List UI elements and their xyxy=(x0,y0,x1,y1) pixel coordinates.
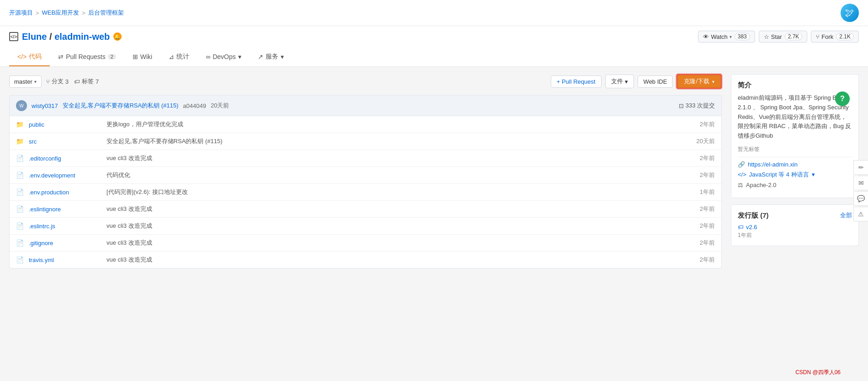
repo-title: </> Elune / eladmin-web 🔔 xyxy=(9,32,122,42)
sidebar-divider-1 xyxy=(738,157,852,157)
repo-type-icon: </> xyxy=(9,32,18,41)
file-icon: 📄 xyxy=(16,188,24,196)
clone-download-button[interactable]: 克隆/下载 ▾ xyxy=(676,74,722,89)
releases-all-link[interactable]: 全部 xyxy=(840,211,852,220)
release-item: 🏷 v2.6 1年前 xyxy=(738,224,852,239)
commit-count: ⊡ 333 次提交 xyxy=(679,102,715,110)
release-name[interactable]: 🏷 v2.6 xyxy=(738,224,852,231)
tab-code-label: 代码 xyxy=(29,53,42,61)
file-row-editorconfig: 📄 .editorconfig vue cli3 改造完成 2年前 xyxy=(10,150,721,167)
tag-icon: 🏷 xyxy=(74,78,80,85)
stats-icon: ⊿ xyxy=(169,53,174,60)
services-icon: ↗ xyxy=(258,53,263,60)
tab-wiki-label: Wiki xyxy=(140,53,152,60)
branch-selector[interactable]: master ▾ xyxy=(9,75,42,88)
commit-author-avatar: W xyxy=(16,100,27,111)
file-name[interactable]: .eslintignore xyxy=(29,206,102,213)
file-name[interactable]: .editorconfig xyxy=(29,155,102,162)
file-time: 2年前 xyxy=(678,154,715,162)
commit-author-name[interactable]: wisty0317 xyxy=(32,102,58,109)
commit-time: 20天前 xyxy=(211,102,229,110)
file-name[interactable]: .env.production xyxy=(29,189,102,196)
breadcrumb-sep-1: > xyxy=(36,10,39,16)
star-button[interactable]: ☆ Star 2.7K xyxy=(759,31,808,43)
file-message: vue cli3 改造完成 xyxy=(107,154,674,162)
license-icon: ⚖ xyxy=(738,182,743,188)
pr-count-badge: 2 xyxy=(108,54,116,59)
file-message: 安全起见,客户端不要存储RSA的私钥 (#115) xyxy=(107,137,674,145)
tab-code[interactable]: </> 代码 xyxy=(9,48,50,66)
sidebar-intro-title: 简介 xyxy=(738,81,852,90)
tab-devops[interactable]: ∞ DevOps ▾ xyxy=(197,48,250,66)
watch-count: 383 xyxy=(735,33,750,40)
watch-chevron: ▾ xyxy=(730,34,732,39)
fork-button[interactable]: ⑂ Fork 2.1K xyxy=(811,31,859,43)
wiki-icon: ⊞ xyxy=(133,53,138,60)
tab-stats[interactable]: ⊿ 统计 xyxy=(160,48,197,66)
repo-separator: / xyxy=(49,32,54,42)
file-message: vue cli3 改造完成 xyxy=(107,239,674,247)
file-name[interactable]: public xyxy=(29,121,102,128)
main-content: master ▾ ⑂ 分支 3 🏷 标签 7 + Pull Request 文件 xyxy=(0,67,868,276)
file-message: vue cli3 改造完成 xyxy=(107,256,674,264)
devops-icon: ∞ xyxy=(206,53,210,60)
release-version: v2.6 xyxy=(746,224,757,231)
file-name[interactable]: .env.development xyxy=(29,172,102,179)
file-time: 1年前 xyxy=(678,188,715,196)
float-mail-button[interactable]: ✉ xyxy=(853,176,868,190)
help-button[interactable]: ? xyxy=(835,91,850,106)
breadcrumb-item-2[interactable]: WEB应用开发 xyxy=(42,9,80,17)
commit-count-label: 333 次提交 xyxy=(686,102,715,110)
sidebar-license: ⚖ Apache-2.0 xyxy=(738,182,852,188)
new-pull-request-button[interactable]: + Pull Request xyxy=(551,75,602,88)
float-chat-button[interactable]: 💬 xyxy=(853,191,868,206)
branch-fork-icon: ⑂ xyxy=(46,78,50,85)
file-name[interactable]: src xyxy=(29,138,102,145)
file-row-eslintignore: 📄 .eslintignore vue cli3 改造完成 2年前 xyxy=(10,201,721,218)
commit-message[interactable]: 安全起见,客户端不要存储RSA的私钥 (#115) xyxy=(63,102,179,110)
sidebar-license-text: Apache-2.0 xyxy=(746,182,777,188)
sidebar-website-link[interactable]: 🔗 https://el-admin.xin xyxy=(738,161,852,168)
file-message: 代码优化 xyxy=(107,171,674,179)
file-button[interactable]: 文件 ▾ xyxy=(605,75,634,88)
file-icon: 📄 xyxy=(16,239,24,247)
tab-services-label: 服务 xyxy=(266,53,278,61)
repo-name[interactable]: eladmin-web xyxy=(54,32,110,42)
file-row-travis: 📄 travis.yml vue cli3 改造完成 2年前 xyxy=(10,252,721,268)
float-edit-button[interactable]: ✏ xyxy=(853,160,868,175)
file-name[interactable]: .gitignore xyxy=(29,240,102,247)
tab-services[interactable]: ↗ 服务 ▾ xyxy=(250,48,292,66)
pr-icon: ⇄ xyxy=(58,53,64,60)
tag-count: 7 xyxy=(96,78,99,85)
branch-current: master xyxy=(14,78,32,85)
release-tag-icon: 🏷 xyxy=(738,224,744,231)
sidebar-lang-label: JavaScript 等 4 种语言 xyxy=(749,171,809,179)
platform-logo: 🕊 xyxy=(841,4,859,22)
repo-owner[interactable]: Elune xyxy=(22,32,47,42)
breadcrumb-item-3[interactable]: 后台管理框架 xyxy=(88,9,124,17)
fork-label: Fork xyxy=(821,33,833,40)
float-alert-button[interactable]: ⚠ xyxy=(853,207,868,221)
tab-wiki[interactable]: ⊞ Wiki xyxy=(124,48,160,66)
sidebar-language[interactable]: </> JavaScript 等 4 种语言 ▾ xyxy=(738,171,852,179)
file-row-gitignore: 📄 .gitignore vue cli3 改造完成 2年前 xyxy=(10,235,721,252)
repo-actions: 👁 Watch ▾ 383 ☆ Star 2.7K ⑂ Fork 2.1K xyxy=(698,31,859,43)
webide-button[interactable]: Web IDE xyxy=(638,75,673,88)
tab-pr-label: Pull Requests xyxy=(66,53,105,60)
branch-chevron: ▾ xyxy=(34,79,37,84)
breadcrumb-item-1[interactable]: 开源项目 xyxy=(9,9,33,17)
file-time: 20天前 xyxy=(678,137,715,145)
tab-pull-requests[interactable]: ⇄ Pull Requests 2 xyxy=(50,48,124,66)
commit-hash[interactable]: a044049 xyxy=(183,102,206,109)
file-name[interactable]: travis.yml xyxy=(29,257,102,263)
file-row-public: 📁 public 更换logo，用户管理优化完成 2年前 xyxy=(10,116,721,133)
watch-button[interactable]: 👁 Watch ▾ 383 xyxy=(698,31,755,43)
file-table: 📁 public 更换logo，用户管理优化完成 2年前 📁 src 安全起见,… xyxy=(9,116,722,268)
sidebar-tag-placeholder: 暂无标签 xyxy=(738,145,852,153)
float-buttons: ✏ ✉ 💬 ⚠ xyxy=(853,160,868,221)
breadcrumb-sep-2: > xyxy=(82,10,85,16)
repo-tabs: </> 代码 ⇄ Pull Requests 2 ⊞ Wiki ⊿ 统计 ∞ D… xyxy=(9,48,859,66)
branch-count-label: 分支 xyxy=(52,77,64,86)
file-name[interactable]: .eslintrc.js xyxy=(29,223,102,230)
commit-count-icon: ⊡ xyxy=(679,102,684,109)
